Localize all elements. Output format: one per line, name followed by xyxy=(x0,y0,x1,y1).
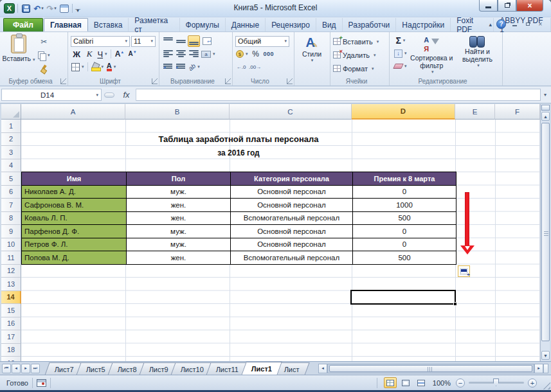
row-header-2[interactable]: 2 xyxy=(1,133,21,147)
insert-function-button[interactable]: fx xyxy=(117,89,136,101)
styles-button[interactable]: А✎ Стили ▾ xyxy=(297,35,327,76)
fill-color-button[interactable] xyxy=(91,61,105,73)
column-header-e[interactable]: E xyxy=(455,104,495,120)
font-color-button[interactable]: А xyxy=(105,61,117,73)
expand-formula-bar-icon[interactable]: ▾ xyxy=(541,92,550,98)
selected-cell-d14[interactable] xyxy=(350,290,456,305)
table-header-gender[interactable]: Пол xyxy=(127,172,231,186)
tab-formulas[interactable]: Формулы xyxy=(180,18,226,31)
scroll-down-button[interactable]: ▼ xyxy=(541,351,550,360)
tab-review[interactable]: Рецензиро xyxy=(266,18,316,31)
cell-b6[interactable]: муж. xyxy=(127,186,231,199)
insert-cells-button[interactable]: Вставить xyxy=(333,35,387,48)
underline-button[interactable]: Ч xyxy=(96,48,108,60)
row-header-16[interactable]: 16 xyxy=(1,317,21,331)
vertical-scrollbar[interactable]: ▲ ▼ xyxy=(540,104,550,361)
name-box-dropdown-icon[interactable]: ▾ xyxy=(96,93,98,98)
number-format-combo[interactable]: Общий xyxy=(235,36,289,47)
prev-sheet-button[interactable]: ◂ xyxy=(12,364,21,373)
first-sheet-button[interactable]: ⏮ xyxy=(2,364,11,373)
tab-foxit-pdf[interactable]: Foxit PDF xyxy=(451,18,494,31)
hscroll-track[interactable] xyxy=(327,364,534,373)
fill-button[interactable]: ↓ xyxy=(392,48,409,59)
cell-b10[interactable]: муж. xyxy=(127,238,231,252)
tab-addins[interactable]: Надстройки xyxy=(396,18,451,31)
minimize-ribbon-icon[interactable]: ▴ xyxy=(489,21,492,28)
worksheet-cells[interactable]: Таблица заработной платы персонала за 20… xyxy=(21,120,540,361)
percent-format-button[interactable]: % xyxy=(250,48,262,60)
wrap-text-button[interactable]: ↩ xyxy=(201,35,213,47)
table-header-name[interactable]: Имя xyxy=(22,172,127,186)
currency-format-button[interactable]: $ xyxy=(235,48,249,60)
tab-data[interactable]: Данные xyxy=(226,18,266,31)
clipboard-dialog-launcher-icon[interactable] xyxy=(60,78,66,84)
row-header-17[interactable]: 17 xyxy=(1,330,21,344)
paste-button[interactable]: Вставить xyxy=(3,35,35,75)
cell-a6[interactable]: Николаев А. Д. xyxy=(22,186,127,199)
orientation-button[interactable]: ab xyxy=(188,61,201,73)
row-header-9[interactable]: 9 xyxy=(1,225,21,238)
help-icon[interactable]: ? xyxy=(496,19,506,29)
row-header-12[interactable]: 12 xyxy=(1,265,21,278)
cell-b9[interactable]: муж. xyxy=(127,225,231,238)
align-right-button[interactable] xyxy=(188,48,199,60)
workbook-close-icon[interactable]: × xyxy=(536,21,545,28)
page-break-view-button[interactable] xyxy=(415,377,428,388)
row-header-4[interactable]: 4 xyxy=(1,159,21,173)
tab-developer[interactable]: Разработчи xyxy=(343,18,397,31)
cell-d10[interactable]: 0 xyxy=(353,238,456,252)
cell-a9[interactable]: Парфенов Д. Ф. xyxy=(22,225,127,238)
cell-d11[interactable]: 500 xyxy=(353,251,456,265)
thousands-format-button[interactable]: 000 xyxy=(263,48,275,60)
table-header-bonus[interactable]: Премия к 8 марта xyxy=(353,172,456,186)
minimize-button[interactable] xyxy=(479,0,498,12)
cell-a10[interactable]: Петров Ф. Л. xyxy=(22,238,127,252)
align-left-button[interactable] xyxy=(162,48,174,60)
zoom-slider-thumb[interactable] xyxy=(493,379,499,386)
row-header-6[interactable]: 6 xyxy=(1,186,21,199)
number-dialog-launcher-icon[interactable] xyxy=(287,78,293,84)
row-header-1[interactable]: 1 xyxy=(1,120,21,133)
hscroll-right-button[interactable]: ▸ xyxy=(534,364,543,373)
align-bottom-button[interactable] xyxy=(188,35,200,47)
formula-input[interactable] xyxy=(136,89,541,101)
cell-a8[interactable]: Коваль Л. П. xyxy=(22,212,127,226)
align-middle-button[interactable] xyxy=(175,35,186,47)
shrink-font-button[interactable]: А▼ xyxy=(127,48,138,60)
clear-button[interactable] xyxy=(392,60,409,72)
vertical-scroll-thumb[interactable] xyxy=(541,123,550,341)
scroll-up-button[interactable]: ▲ xyxy=(541,112,550,121)
cell-c10[interactable]: Основной персонал xyxy=(231,238,353,252)
next-sheet-button[interactable]: ▸ xyxy=(21,364,30,373)
delete-cells-button[interactable]: Удалить xyxy=(333,48,387,62)
increase-decimal-button[interactable]: ←.0 xyxy=(235,61,247,73)
zoom-in-button[interactable]: + xyxy=(528,379,537,388)
align-center-button[interactable] xyxy=(175,48,186,60)
decrease-indent-button[interactable] xyxy=(162,61,174,73)
copy-button[interactable] xyxy=(37,49,51,61)
table-header-category[interactable]: Категория персонала xyxy=(231,172,353,186)
hscroll-left-button[interactable]: ◂ xyxy=(318,364,327,373)
cell-b8[interactable]: жен. xyxy=(127,212,231,226)
cell-d8[interactable]: 500 xyxy=(353,212,456,226)
tab-page-layout[interactable]: Разметка ст xyxy=(129,18,179,31)
cell-b11[interactable]: жен. xyxy=(127,251,231,265)
increase-indent-button[interactable] xyxy=(175,61,186,73)
font-name-combo[interactable]: Calibri xyxy=(71,36,130,47)
workbook-minimize-icon[interactable] xyxy=(510,21,519,28)
alignment-dialog-launcher-icon[interactable] xyxy=(225,78,231,84)
row-header-7[interactable]: 7 xyxy=(1,199,21,212)
format-cells-button[interactable]: Формат xyxy=(333,62,387,75)
sort-filter-button[interactable]: АЯ Сортировка и фильтр xyxy=(409,35,455,76)
zoom-slider-track[interactable] xyxy=(469,382,524,384)
bold-button[interactable]: Ж xyxy=(71,48,82,60)
select-all-corner[interactable] xyxy=(1,104,21,120)
tab-view[interactable]: Вид xyxy=(316,18,343,31)
cell-d9[interactable]: 0 xyxy=(353,225,456,238)
cell-c11[interactable]: Вспомогательный персонал xyxy=(231,251,353,265)
zoom-level[interactable]: 100% xyxy=(433,379,451,387)
row-header-3[interactable]: 3 xyxy=(1,146,21,159)
row-header-14-selected[interactable]: 14 xyxy=(1,291,21,305)
row-header-19[interactable]: 19 xyxy=(1,357,21,361)
macro-record-icon[interactable] xyxy=(37,379,46,387)
